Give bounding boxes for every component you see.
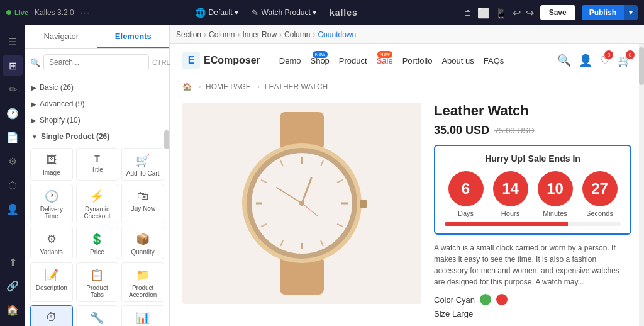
divider [245,6,245,19]
save-button[interactable]: Save [540,5,575,20]
pen-icon: ✎ [252,8,258,18]
live-label: Live [14,9,28,16]
live-indicator: Live [6,9,28,16]
publish-group: Publish ▾ [582,5,638,20]
brand-label: kalles [330,8,358,18]
undo-icon[interactable]: ↩ [513,7,521,19]
divider2 [323,6,323,19]
globe-icon: 🌐 [195,8,206,18]
publish-button[interactable]: Publish [582,5,624,20]
monitor-icon[interactable]: 🖥 [462,7,472,18]
tablet-icon[interactable]: ⬜ [477,7,490,19]
topbar-center: 🌐 Default ▾ ✎ Watch Product ▾ kalles [195,6,358,19]
watch-product-dropdown[interactable]: Watch Product ▾ [262,8,316,17]
publish-arrow-button[interactable]: ▾ [624,5,638,20]
live-dot [6,10,11,15]
more-options[interactable]: ··· [80,8,91,17]
default-dropdown[interactable]: Default ▾ [209,8,238,17]
topbar: Live Kalles 3.2.0 ··· 🌐 Default ▾ ✎ Watc… [0,0,644,25]
topbar-icon-group: 🖥 ⬜ 📱 ↩ ↪ [462,7,534,19]
version-label: Kalles 3.2.0 [35,8,74,17]
mobile-icon[interactable]: 📱 [495,7,508,19]
redo-icon[interactable]: ↪ [526,7,534,19]
